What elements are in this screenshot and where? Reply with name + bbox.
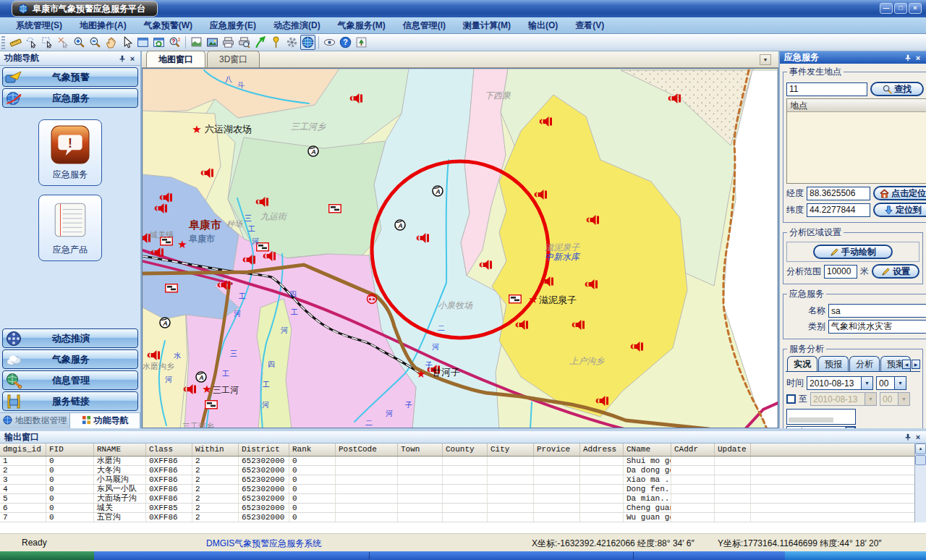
pin-icon[interactable] <box>903 53 913 63</box>
table-row[interactable]: 10水磨沟0XFF8626523020000Shui mo gou <box>0 457 926 466</box>
pin-icon[interactable] <box>268 35 284 50</box>
column-header[interactable]: dmgis_id <box>0 444 46 456</box>
date-from-select[interactable]: 2010-08-13▼ <box>807 376 873 390</box>
location-search-input[interactable] <box>786 82 867 96</box>
table-row[interactable]: 20大冬沟0XFF8626523020000Da dong gou <box>0 466 926 475</box>
nav-item-气象服务[interactable]: 气象服务 <box>2 349 138 369</box>
pointer-icon[interactable] <box>119 35 135 50</box>
hour-to-select[interactable]: 00▼ <box>880 392 910 406</box>
map-canvas[interactable]: AAAAA★★★★★六运湖农场三工河乡下西泉九运街阜康市阜康市城关镇种场滋泥泉子… <box>142 68 778 428</box>
help-icon[interactable]: ? <box>338 35 353 50</box>
chevron-down-icon[interactable]: ▼ <box>861 377 872 389</box>
set-range-button[interactable]: 设置 <box>872 264 919 279</box>
analysis-range-input[interactable] <box>824 265 857 279</box>
close-icon[interactable]: × <box>127 54 137 64</box>
identify-icon[interactable]: ? <box>167 35 182 50</box>
globe-icon[interactable] <box>300 35 315 50</box>
table-row[interactable]: 50大面场子沟0XFF8626523020000Da mian... <box>0 494 926 504</box>
menu-item[interactable]: 系统管理(S) <box>7 18 71 33</box>
select-shape-icon[interactable] <box>24 35 39 50</box>
select-rect-icon[interactable] <box>40 35 55 50</box>
table-vertical-scrollbar[interactable]: ▲ <box>914 444 926 522</box>
menu-item[interactable]: 气象预警(W) <box>135 18 201 33</box>
tab-scroll-right-icon[interactable]: ▶ <box>912 360 920 369</box>
column-header[interactable]: CAddr <box>671 444 715 456</box>
maximize-button[interactable]: □ <box>894 3 907 14</box>
tab-scroll-left-icon[interactable]: ◀ <box>902 360 911 369</box>
select-clear-icon[interactable] <box>56 35 71 50</box>
visibility-icon[interactable] <box>322 35 337 50</box>
shortcut-应急服务[interactable]: !应急服务 <box>38 119 102 186</box>
map-tab-dropdown-icon[interactable]: ▼ <box>760 54 771 65</box>
column-header[interactable]: Class <box>146 444 192 456</box>
scroll-thumb[interactable] <box>915 455 926 465</box>
pick-icon[interactable] <box>252 35 268 50</box>
column-header[interactable]: Update <box>715 444 751 456</box>
search-button[interactable]: 查找 <box>870 82 924 96</box>
click-locate-button[interactable]: 点击定位 <box>873 186 926 200</box>
column-header[interactable]: Rank <box>289 444 336 456</box>
pan-icon[interactable] <box>103 35 119 50</box>
minimize-button[interactable]: — <box>880 3 893 14</box>
nav-item-应急服务[interactable]: 应急服务 <box>2 88 138 108</box>
print-icon[interactable] <box>221 35 236 50</box>
date-to-select[interactable]: 2010-08-13▼ <box>810 392 877 406</box>
map-tab-地图窗口[interactable]: 地图窗口 <box>146 51 205 67</box>
column-header[interactable]: Provice <box>534 444 580 456</box>
column-header[interactable]: Within <box>192 444 239 456</box>
close-icon[interactable]: × <box>913 53 923 63</box>
table-row[interactable]: 30小马厩沟0XFF8626523020000Xiao ma ... <box>0 475 926 485</box>
analysis-tab-预报[interactable]: 预报 <box>818 356 849 371</box>
chevron-down-icon[interactable]: ▼ <box>894 377 906 389</box>
location-list-header[interactable]: 地点 <box>787 99 926 112</box>
menu-item[interactable]: 气象服务(M) <box>329 18 394 33</box>
table-row[interactable]: 60城关0XFF8526523020000Cheng guan <box>0 504 926 513</box>
menu-item[interactable]: 测量计算(M) <box>454 18 519 33</box>
analysis-tab-分析[interactable]: 分析 <box>849 356 880 371</box>
latitude-input[interactable] <box>807 203 870 217</box>
to-time-checkbox[interactable] <box>786 394 796 404</box>
zoom-in-icon[interactable] <box>72 35 87 50</box>
snapshot-icon[interactable] <box>205 35 220 50</box>
tab-功能导航[interactable]: 功能导航 <box>70 413 140 428</box>
table-row[interactable]: 40东风一小队0XFF8626523020000Dong fen... <box>0 485 926 494</box>
location-list-body[interactable] <box>787 112 926 183</box>
nav-item-服务链接[interactable]: 服务链接 <box>2 391 138 411</box>
menu-item[interactable]: 输出(O) <box>519 18 566 33</box>
close-icon[interactable]: × <box>913 432 923 442</box>
manual-draw-button[interactable]: 手动绘制 <box>813 245 893 259</box>
zoom-out-icon[interactable] <box>88 35 103 50</box>
print-preview-icon[interactable] <box>237 35 252 50</box>
menu-item[interactable]: 动态推演(D) <box>265 18 329 33</box>
column-header[interactable]: Address <box>580 444 624 456</box>
service-type-select[interactable]: 气象和洪水灾害 ▼ <box>828 320 926 334</box>
longitude-input[interactable] <box>807 187 870 200</box>
full-extent-icon[interactable] <box>135 35 150 50</box>
service-name-input[interactable] <box>828 304 926 318</box>
analysis-tab-实况[interactable]: 实况 <box>787 356 817 371</box>
column-header[interactable]: Town <box>398 444 443 456</box>
column-header[interactable]: CName <box>624 444 671 456</box>
table-row[interactable]: 70五官沟0XFF8626523020000Wu guan gou <box>0 513 926 522</box>
menu-item[interactable]: 地图操作(A) <box>71 18 135 33</box>
scroll-up-icon[interactable]: ▲ <box>915 444 926 454</box>
column-header[interactable]: City <box>488 444 534 456</box>
nav-item-信息管理[interactable]: 信息管理 <box>2 370 138 390</box>
shortcut-应急产品[interactable]: 应急产品 <box>38 195 102 261</box>
measure-icon[interactable] <box>8 35 23 50</box>
nav-item-动态推演[interactable]: 动态推演 <box>2 328 138 348</box>
close-button[interactable]: × <box>909 3 922 14</box>
column-header[interactable]: District <box>239 444 289 456</box>
hour-from-select[interactable]: 00▼ <box>876 376 906 390</box>
goto-location-button[interactable]: 定位到 <box>873 203 926 217</box>
pin-icon[interactable] <box>117 54 127 64</box>
column-header[interactable]: FID <box>46 444 94 456</box>
menu-item[interactable]: 查看(V) <box>566 18 613 33</box>
column-header[interactable]: County <box>443 444 488 456</box>
pin-icon[interactable] <box>903 432 913 442</box>
menu-item[interactable]: 信息管理(I) <box>394 18 454 33</box>
menu-item[interactable]: 应急服务(E) <box>201 18 265 33</box>
element-preview-box[interactable] <box>786 409 856 425</box>
map-tab-3D窗口[interactable]: 3D窗口 <box>207 51 260 67</box>
export-map-icon[interactable] <box>189 35 204 50</box>
